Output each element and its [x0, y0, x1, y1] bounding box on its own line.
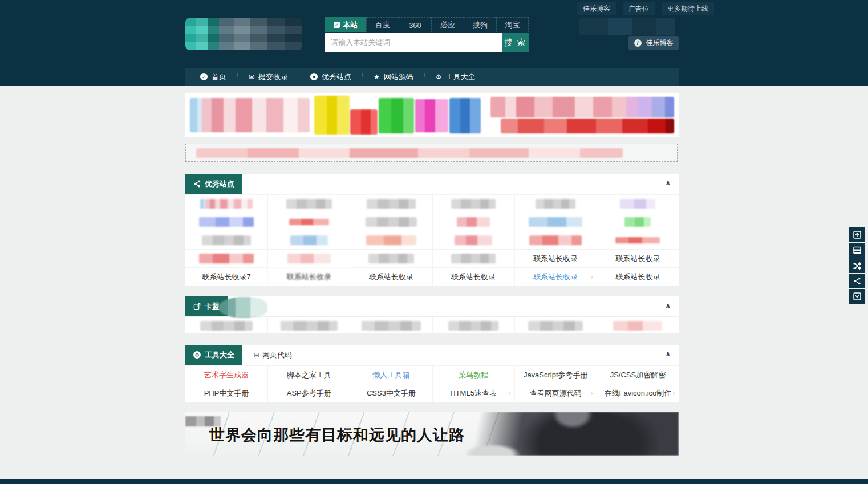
tool-link-label: 查看网页源代码: [530, 388, 582, 398]
tool-link[interactable]: 查看网页源代码 ›: [514, 384, 597, 402]
nav-item-source[interactable]: ★ 网站源码: [363, 68, 424, 86]
featured-sites-section: 优秀站点 ∧: [185, 174, 679, 286]
site-cell[interactable]: [267, 249, 350, 267]
random-site-button[interactable]: [849, 258, 865, 273]
site-cell[interactable]: [267, 231, 350, 249]
tool-link[interactable]: 艺术字生成器: [185, 365, 267, 384]
contact-link-highlight[interactable]: 联系站长收录 ›: [514, 267, 597, 286]
table-row: PHP中文手册 ASP参考手册 CSS3中文手册 HTML5速查表 › 查看网页…: [185, 384, 679, 402]
nav-item-home[interactable]: ✓ 首页: [185, 68, 237, 86]
site-cell[interactable]: [514, 213, 597, 231]
site-cell[interactable]: [185, 317, 267, 334]
site-cell[interactable]: [267, 194, 350, 213]
site-cell[interactable]: [432, 213, 514, 231]
censored-ad[interactable]: [379, 98, 414, 133]
search-input[interactable]: [325, 33, 502, 52]
censored-site: [281, 321, 338, 331]
censored-ad[interactable]: [490, 97, 674, 117]
tool-link[interactable]: 在线Favicon.ico制作 ›: [597, 384, 679, 402]
site-cell[interactable]: [185, 231, 267, 249]
nav-item-sites[interactable]: ♥ 优秀站点: [299, 68, 362, 86]
site-cell[interactable]: [514, 231, 597, 249]
search-tab-sogou[interactable]: 搜狗: [464, 17, 496, 32]
site-cell[interactable]: [597, 317, 679, 334]
info-button[interactable]: i 佳乐博客: [628, 36, 679, 50]
contact-link[interactable]: 联系站长收录: [514, 249, 597, 267]
tab-webpage-code[interactable]: ⊞ 网页代码: [242, 345, 303, 365]
censored-ad[interactable]: [449, 98, 481, 133]
tool-link[interactable]: HTML5速查表 ›: [432, 384, 514, 402]
site-cell[interactable]: [432, 317, 514, 334]
contact-link[interactable]: 联系站长收录: [597, 267, 679, 286]
section-title: 卡盟: [205, 302, 220, 312]
scroll-bottom-button[interactable]: [849, 289, 865, 304]
search-tab-baidu[interactable]: 百度: [366, 17, 399, 32]
site-cell[interactable]: [597, 213, 679, 231]
section-title: 优秀站点: [205, 179, 234, 189]
top-link-more[interactable]: 更多期待上线: [662, 2, 714, 15]
collapse-icon[interactable]: ∧: [665, 302, 671, 310]
site-cell[interactable]: [432, 249, 514, 267]
censored-site: [200, 199, 253, 209]
arrow-up-square-icon: [853, 231, 861, 239]
tool-link[interactable]: CSS3中文手册: [350, 384, 432, 402]
site-cell[interactable]: [267, 317, 350, 334]
section-tab-sites[interactable]: 优秀站点: [185, 174, 242, 194]
tool-link[interactable]: PHP中文手册: [185, 384, 267, 402]
censored-ad[interactable]: [415, 99, 448, 132]
nav-item-tools[interactable]: ⚙ 工具大全: [425, 68, 486, 86]
tool-link[interactable]: JavaScript参考手册: [514, 365, 597, 384]
censored-site: [529, 235, 582, 245]
tool-link[interactable]: 懒人工具箱: [350, 365, 432, 384]
censored-ad[interactable]: [501, 119, 674, 133]
tool-link[interactable]: 脚本之家工具: [267, 365, 350, 384]
site-cell[interactable]: [432, 231, 514, 249]
censored-site: [362, 321, 421, 331]
site-cell[interactable]: [350, 231, 432, 249]
search-tab-local[interactable]: ✓ 本站: [325, 17, 366, 32]
site-cell[interactable]: [185, 194, 267, 213]
site-cell[interactable]: [185, 249, 267, 267]
contact-link[interactable]: 联系站长收录: [597, 249, 679, 267]
search-tab-taobao[interactable]: 淘宝: [496, 17, 529, 32]
tool-link[interactable]: ASP参考手册: [267, 384, 350, 402]
top-links: 佳乐博客 广告位 更多期待上线: [577, 2, 714, 15]
censored-ad[interactable]: [190, 98, 310, 132]
tool-link[interactable]: 菜鸟教程: [432, 365, 514, 384]
contact-link[interactable]: 联系站长收录: [267, 267, 350, 286]
search-tab-360[interactable]: 360: [399, 17, 431, 32]
site-cell[interactable]: [350, 194, 432, 213]
list-view-button[interactable]: [849, 243, 865, 258]
site-cell[interactable]: [350, 249, 432, 267]
site-cell[interactable]: [432, 194, 514, 213]
search-tab-bing[interactable]: 必应: [431, 17, 464, 32]
censored-ad[interactable]: [350, 109, 378, 135]
site-cell[interactable]: [514, 194, 597, 213]
top-link-blog[interactable]: 佳乐博客: [577, 2, 616, 15]
site-cell[interactable]: [350, 213, 432, 231]
share-button[interactable]: [849, 274, 865, 288]
tool-link[interactable]: JS/CSS加密解密: [597, 365, 679, 384]
contact-link[interactable]: 联系站长收录: [432, 267, 514, 286]
collapse-icon[interactable]: ∧: [665, 350, 671, 358]
section-tab-tools[interactable]: ⚙ 工具大全: [185, 345, 242, 365]
quote-banner[interactable]: 世界会向那些有目标和远见的人让路: [185, 412, 679, 456]
contact-link[interactable]: 联系站长收录: [350, 267, 432, 286]
scroll-top-button[interactable]: [849, 227, 865, 242]
collapse-icon[interactable]: ∧: [665, 179, 671, 187]
top-link-ad[interactable]: 广告位: [623, 2, 655, 15]
site-cell[interactable]: [185, 213, 267, 231]
tools-section: ⚙ 工具大全 ⊞ 网页代码 ∧ 艺术字生成器 脚本之家工具 懒人工具箱 菜鸟教程…: [185, 345, 679, 402]
check-circle-icon: ✓: [200, 73, 208, 80]
site-cell[interactable]: [267, 213, 350, 231]
site-cell[interactable]: [597, 231, 679, 249]
contact-link[interactable]: 联系站长收录7: [185, 267, 267, 286]
site-cell[interactable]: [597, 194, 679, 213]
search-button[interactable]: 搜 索: [502, 33, 529, 52]
site-cell[interactable]: [350, 317, 432, 334]
site-logo[interactable]: [185, 18, 302, 50]
section-header: 卡盟 ∧: [185, 296, 679, 317]
site-cell[interactable]: [514, 317, 597, 334]
censored-ad[interactable]: [314, 96, 350, 135]
nav-item-submit[interactable]: ✉ 提交收录: [238, 68, 299, 86]
